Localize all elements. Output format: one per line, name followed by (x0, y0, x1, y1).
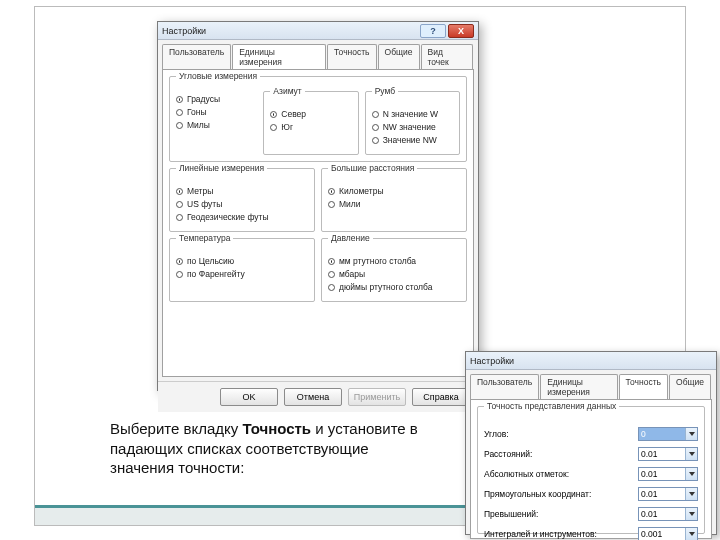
radio-km[interactable]: Километры (328, 186, 460, 196)
instruction-text: Выберите вкладку Точность и установите в… (110, 419, 430, 478)
precision-row: Прямоугольных координат:0.01 (484, 487, 698, 501)
ok-button[interactable]: OK (220, 388, 278, 406)
group-pressure: Давление мм ртутного столба мбары дюймы … (321, 238, 467, 302)
radio-usfeet[interactable]: US футы (176, 199, 308, 209)
precision-label: Углов: (484, 429, 638, 439)
tab-units[interactable]: Единицы измерения (232, 44, 326, 69)
precision-select[interactable]: 0.01 (638, 447, 698, 461)
tab-user[interactable]: Пользователь (470, 374, 539, 399)
radio-miles[interactable]: Мили (328, 199, 460, 209)
settings-dialog-precision: Настройки Пользователь Единицы измерения… (465, 351, 717, 535)
tabs-row: Пользователь Единицы измерения Точность … (158, 40, 478, 69)
radio-south[interactable]: Юг (270, 122, 351, 132)
group-angular: Угловые измерения Градусы Гоны Милы Азим… (169, 76, 467, 162)
radio-celsius[interactable]: по Цельсию (176, 256, 308, 266)
group-label: Большие расстояния (328, 163, 417, 173)
precision-row: Абсолютных отметок:0.01 (484, 467, 698, 481)
chevron-down-icon[interactable] (685, 428, 697, 440)
window-title: Настройки (470, 356, 514, 366)
tab-user[interactable]: Пользователь (162, 44, 231, 69)
precision-row: Углов:0 (484, 427, 698, 441)
tab-general[interactable]: Общие (669, 374, 711, 399)
tab-body: Угловые измерения Градусы Гоны Милы Азим… (162, 69, 474, 377)
radio-mils[interactable]: Милы (176, 120, 257, 130)
radio-geofeet[interactable]: Геодезические футы (176, 212, 308, 222)
tabs-row: Пользователь Единицы измерения Точность … (466, 370, 716, 399)
precision-select[interactable]: 0.001 (638, 527, 698, 540)
tab-precision[interactable]: Точность (327, 44, 377, 69)
precision-label: Расстояний: (484, 449, 638, 459)
precision-select[interactable]: 0.01 (638, 467, 698, 481)
close-icon[interactable]: X (448, 24, 474, 38)
group-label: Точность представления данных (484, 401, 619, 411)
cancel-button[interactable]: Отмена (284, 388, 342, 406)
group-label: Температура (176, 233, 233, 243)
precision-select[interactable]: 0.01 (638, 507, 698, 521)
radio-meters[interactable]: Метры (176, 186, 308, 196)
radio-mmhg[interactable]: мм ртутного столба (328, 256, 460, 266)
group-label: Азимут (270, 86, 304, 96)
tab-points[interactable]: Вид точек (421, 44, 473, 69)
radio-vnw[interactable]: Значение NW (372, 135, 453, 145)
group-label: Угловые измерения (176, 71, 260, 81)
tab-precision[interactable]: Точность (619, 374, 669, 399)
precision-label: Интегралей и инструментов: (484, 529, 638, 539)
group-temp: Температура по Цельсию по Фаренгейту (169, 238, 315, 302)
chevron-down-icon[interactable] (685, 448, 697, 460)
group-label: Давление (328, 233, 373, 243)
group-label: Румб (372, 86, 398, 96)
radio-nvw[interactable]: N значение W (372, 109, 453, 119)
precision-row: Интегралей и инструментов:0.001 (484, 527, 698, 540)
precision-select[interactable]: 0.01 (638, 487, 698, 501)
precision-select[interactable]: 0 (638, 427, 698, 441)
help-button[interactable]: Справка (412, 388, 470, 406)
button-row: OK Отмена Применить Справка (158, 381, 478, 412)
group-bigdist: Большие расстояния Километры Мили (321, 168, 467, 232)
tab-general[interactable]: Общие (378, 44, 420, 69)
group-label: Линейные измерения (176, 163, 267, 173)
titlebar[interactable]: Настройки ? X (158, 22, 478, 40)
precision-row: Превышений:0.01 (484, 507, 698, 521)
help-icon[interactable]: ? (420, 24, 446, 38)
precision-group: Точность представления данных Углов:0Рас… (470, 399, 712, 539)
chevron-down-icon[interactable] (685, 488, 697, 500)
radio-inhg[interactable]: дюймы ртутного столба (328, 282, 460, 292)
radio-gons[interactable]: Гоны (176, 107, 257, 117)
apply-button[interactable]: Применить (348, 388, 406, 406)
radio-mbar[interactable]: мбары (328, 269, 460, 279)
precision-label: Превышений: (484, 509, 638, 519)
tab-units[interactable]: Единицы измерения (540, 374, 617, 399)
group-linear: Линейные измерения Метры US футы Геодези… (169, 168, 315, 232)
chevron-down-icon[interactable] (685, 528, 697, 540)
radio-degrees[interactable]: Градусы (176, 94, 257, 104)
chevron-down-icon[interactable] (685, 508, 697, 520)
radio-north[interactable]: Север (270, 109, 351, 119)
radio-nwv[interactable]: NW значение (372, 122, 453, 132)
chevron-down-icon[interactable] (685, 468, 697, 480)
titlebar[interactable]: Настройки (466, 352, 716, 370)
window-title: Настройки (162, 26, 206, 36)
precision-row: Расстояний:0.01 (484, 447, 698, 461)
precision-label: Прямоугольных координат: (484, 489, 638, 499)
radio-fahrenheit[interactable]: по Фаренгейту (176, 269, 308, 279)
precision-label: Абсолютных отметок: (484, 469, 638, 479)
settings-dialog-main: Настройки ? X Пользователь Единицы измер… (157, 21, 479, 391)
